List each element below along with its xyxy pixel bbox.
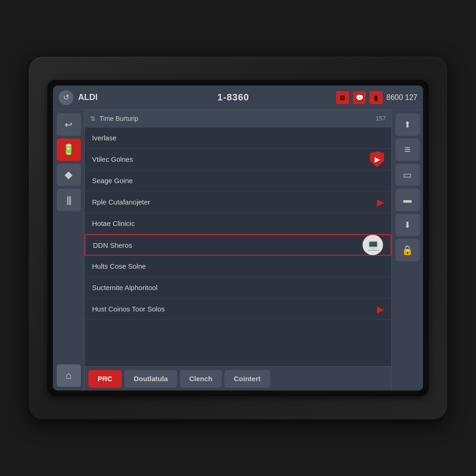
screen-bezel: ↺ ALDI 1-8360 ⊠ 💬 ▮ [47, 80, 429, 396]
screen: ↺ ALDI 1-8360 ⊠ 💬 ▮ [53, 86, 423, 390]
list-item-3-text: Seage Goine [92, 177, 384, 185]
screen-icon: ▬ [403, 195, 412, 205]
section-count: 157 [376, 115, 386, 122]
phone-number: 1-8360 [218, 92, 249, 102]
list-item-4[interactable]: Rple Cutafanojeter ▶ [85, 192, 391, 213]
right-btn-list[interactable]: ≡ [396, 139, 420, 161]
list-item-4-text: Rple Cutafanojeter [92, 198, 377, 206]
diamond-icon: ◆ [65, 169, 73, 181]
header-bar: ↺ ALDI 1-8360 ⊠ 💬 ▮ [53, 86, 423, 110]
list-container: Iverlase Vtilec Golnes ▶ Seage Goine Rpl… [85, 127, 391, 366]
battery-icon: 🔋 [62, 144, 75, 156]
list-icon: ≡ [404, 144, 410, 156]
tv-icon: ▭ [403, 169, 412, 180]
center-content: ⇅ Time Burturip 157 Iverlase Vtilec Goln… [85, 110, 391, 390]
left-sidebar: ↩ 🔋 ◆ ||| ⌂ [53, 110, 85, 390]
header-number: 8600 127 [386, 93, 417, 102]
brand-logo: ↺ [59, 90, 73, 105]
lock-icon: 🔒 [402, 245, 413, 256]
sidebar-btn-battery[interactable]: 🔋 [57, 139, 81, 161]
list-item-9-text: Hust Coinos Toor Solos [92, 305, 377, 313]
right-btn-upload[interactable]: ⬆ [396, 113, 420, 136]
list-item-1[interactable]: Iverlase [85, 127, 391, 149]
tab-doutlatula[interactable]: Doutlatula [125, 370, 177, 388]
icon2: 💬 [353, 91, 366, 104]
tab-cointert[interactable]: Cointert [225, 370, 270, 388]
list-item-1-text: Iverlase [92, 134, 384, 142]
icon2-symbol: 💬 [356, 94, 364, 101]
download-icon: ⬇ [404, 220, 411, 230]
list-item-8[interactable]: Suctemite Alphoritool [85, 277, 391, 298]
list-item-2[interactable]: Vtilec Golnes ▶ [85, 149, 391, 170]
list-item-5-text: Hotae Clinicic [92, 219, 384, 227]
play-icon-9: ▶ [377, 304, 384, 315]
icon1-symbol: ⊠ [340, 94, 345, 101]
header-right: ⊠ 💬 ▮ 8600 127 [324, 91, 417, 104]
tab-clench[interactable]: Clench [180, 370, 222, 388]
icon3: ▮ [370, 91, 383, 104]
list-item-7-text: Hults Cose Solne [92, 262, 384, 270]
logo-icon: ↺ [63, 93, 69, 102]
icon3-symbol: ▮ [374, 94, 378, 101]
header-left: ↺ ALDI [59, 90, 142, 105]
header-center: 1-8360 [142, 92, 324, 103]
laptop-icon: 💻 [363, 235, 383, 255]
right-btn-screen[interactable]: ▬ [396, 189, 420, 211]
home-icon: ⌂ [66, 370, 72, 382]
brand-name: ALDI [78, 93, 98, 102]
right-sidebar: ⬆ ≡ ▭ ▬ ⬇ 🔒 [391, 110, 423, 390]
list-item-6[interactable]: DDN Sheros 💻 [85, 234, 391, 256]
list-item-7[interactable]: Hults Cose Solne [85, 256, 391, 277]
list-item-3[interactable]: Seage Goine [85, 170, 391, 192]
section-header: ⇅ Time Burturip 157 [85, 110, 391, 127]
sidebar-btn-diamond[interactable]: ◆ [57, 164, 81, 186]
car-surround: ↺ ALDI 1-8360 ⊠ 💬 ▮ [29, 57, 447, 419]
right-btn-tv[interactable]: ▭ [396, 164, 420, 186]
tab-bar: PRC Doutlatula Clench Cointert [85, 366, 391, 390]
sidebar-btn-back[interactable]: ↩ [57, 113, 81, 136]
list-item-5[interactable]: Hotae Clinicic [85, 213, 391, 234]
main-area: ↩ 🔋 ◆ ||| ⌂ [53, 110, 423, 390]
list-item-9[interactable]: Hust Coinos Toor Solos ▶ [85, 298, 391, 320]
back-icon: ↩ [65, 119, 73, 130]
section-title: Time Burturip [99, 115, 372, 122]
list-item-6-text: DDN Sheros [93, 241, 363, 249]
list-item-8-text: Suctemite Alphoritool [92, 284, 384, 291]
list-item-2-text: Vtilec Golnes [92, 155, 370, 163]
sidebar-btn-home[interactable]: ⌂ [57, 364, 81, 387]
upload-icon: ⬆ [404, 119, 411, 130]
right-btn-lock[interactable]: 🔒 [396, 239, 420, 261]
shield-icon: ▶ [370, 152, 384, 167]
sidebar-btn-signal[interactable]: ||| [57, 189, 81, 211]
icon1: ⊠ [336, 91, 349, 104]
tab-prc[interactable]: PRC [88, 370, 122, 388]
right-btn-download[interactable]: ⬇ [396, 214, 420, 236]
play-icon-4: ▶ [377, 197, 384, 208]
section-sort-icon: ⇅ [90, 115, 96, 122]
signal-icon: ||| [66, 195, 71, 205]
